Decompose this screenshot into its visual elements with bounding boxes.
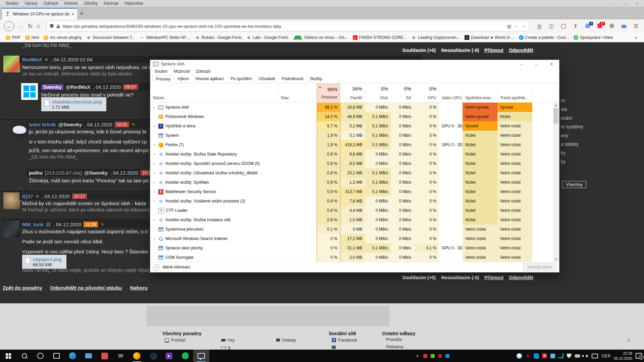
tracking-protection-icon[interactable] (50, 24, 54, 28)
tray-redx-icon[interactable]: ✕ (525, 353, 530, 358)
category-link-fragment[interactable]: re (561, 98, 565, 103)
clock[interactable]: 22:28 05.12.2020 (614, 351, 632, 361)
expander-icon[interactable]: › (152, 161, 156, 166)
bookmarks-overflow-icon[interactable]: » (635, 35, 641, 40)
process-row[interactable]: System1,9 %0,1 MB0,1 MB/s0 Mb/s0 %NízkéV… (150, 131, 553, 140)
tab-historie-aplikac-[interactable]: Historie aplikací (192, 75, 227, 83)
reply-to-link[interactable]: @Swenky (84, 170, 108, 176)
scroll-top-link[interactable]: ∧ (627, 337, 631, 343)
bookmark-item[interactable]: SSpolupráce • Intee (571, 34, 615, 41)
window-controls[interactable]: –□✕ (612, 1, 639, 6)
extension-flag-icon[interactable]: 17 (596, 23, 604, 29)
process-row[interactable]: Správce oken plochy0 %31,1 MB0,1 MB/s0 M… (150, 243, 553, 253)
post-author[interactable]: Swenky (41, 84, 63, 90)
bookmark-item[interactable]: PHP (3, 34, 23, 41)
home-button[interactable]: ⌂ (37, 23, 40, 29)
language-indicator[interactable]: CES (601, 353, 610, 358)
post-author[interactable]: MM_tank (22, 222, 44, 227)
process-row[interactable]: ›Firefox (7)1,9 %418,3 MB0,1 MB/s0 Mb/s0… (150, 140, 553, 149)
url-text[interactable]: https://pc.poradna.net/questions/3046195… (63, 24, 504, 29)
column-power[interactable]: Spotřeba ener... (465, 96, 494, 100)
process-row[interactable]: ›⚙Hostitel služby: Služba instalace sítě… (150, 215, 553, 225)
footer-link-facebook[interactable]: fFacebook (332, 338, 357, 343)
process-row[interactable]: ✎CTF Loader0,9 %4,4 MB0 MB/s0 Mb/s0 %Níz… (150, 206, 553, 215)
column-power-trend[interactable]: Trend spotřeb... (500, 96, 528, 100)
expander-icon[interactable]: › (152, 189, 156, 194)
tab-v-kon[interactable]: Výkon (174, 75, 192, 83)
attachment-box[interactable]: sharedscreenshot.png1.71 MiB (41, 97, 106, 111)
expander-icon[interactable]: › (152, 218, 156, 222)
bookmark-item[interactable]: ⊕Lato - Google Fonts (244, 34, 291, 41)
taskbar-start[interactable] (0, 350, 16, 362)
tab-podrobnosti[interactable]: Podrobnosti (278, 75, 307, 83)
edit-pencil-icon[interactable]: ✎ (131, 122, 135, 127)
menu-item[interactable]: Nápověda (122, 1, 146, 6)
bookmark-item[interactable]: ADownload ★ World of ... (462, 34, 517, 41)
scroll-up-icon[interactable]: ▲ (553, 103, 559, 108)
column-network[interactable]: Síť (391, 96, 411, 100)
taskbar-spotify[interactable] (177, 350, 193, 362)
tray-dot-green-icon[interactable] (431, 354, 435, 358)
tray-shield-icon[interactable] (567, 354, 571, 358)
column-cpu-sorted[interactable]: 99% Procesor (317, 84, 340, 102)
process-row[interactable]: COM Surrogate0 %2,0 MB0 MB/s0 Mb/s0 %Vel… (150, 253, 553, 262)
tab-close-icon[interactable]: ✕ (71, 12, 74, 16)
reload-button[interactable]: ↻ (28, 23, 33, 30)
url-bar[interactable]: https://pc.poradna.net/questions/3046195… (46, 21, 529, 32)
window-control-icon[interactable]: □ (529, 60, 544, 68)
extension-t-icon[interactable]: T (572, 23, 580, 29)
menu-item[interactable]: Zobrazit (41, 1, 61, 6)
menu-hamburger-icon[interactable]: ☰ (632, 23, 640, 29)
bookmark-item[interactable]: ⊕Discussion between T... (84, 34, 137, 41)
column-name[interactable]: Název (153, 96, 164, 100)
less-info-toggle[interactable]: Méně informací (163, 265, 191, 269)
column-status[interactable]: Stav (281, 96, 289, 100)
footer-link-pravidla[interactable]: Pravidla (386, 337, 402, 342)
taskmanager-menu-item[interactable]: Zobrazit (193, 68, 213, 75)
taskbar-appred[interactable] (97, 350, 113, 362)
expander-icon[interactable]: › (152, 124, 156, 128)
category-link-fragment[interactable]: avy (561, 133, 568, 138)
category-link-fragment[interactable]: dia (561, 107, 567, 112)
column-disk[interactable]: Disk (365, 96, 388, 100)
forward-button[interactable]: → (18, 23, 24, 29)
tab-slu-by[interactable]: Služby (307, 75, 325, 83)
tray-onedrive-icon[interactable] (575, 354, 580, 358)
action-center-icon[interactable]: 1 (636, 353, 642, 359)
tab-u-ivatel-[interactable]: Uživatelé (255, 75, 278, 83)
vote-disagree[interactable]: Nesouhlasím (-0) (441, 275, 479, 280)
end-task-button[interactable]: Ukončit úlohu (523, 263, 556, 271)
tray-cloud-icon[interactable] (517, 353, 522, 359)
expander-icon[interactable]: › (152, 152, 156, 157)
taskbar-files[interactable] (80, 350, 97, 362)
menu-item[interactable]: Nástroje (101, 1, 122, 6)
taskmanager-menu-item[interactable]: Soubor (152, 68, 171, 75)
window-control-icon[interactable]: □ (624, 1, 626, 6)
menu-item[interactable]: Historie (61, 1, 81, 6)
process-row[interactable]: Systémová přerušení0,1 %0 MB0 MB/s0 Mb/s… (150, 225, 553, 234)
category-link-fragment[interactable]: ní systémy (561, 124, 583, 129)
tray-chevron-icon[interactable]: ∧ (415, 353, 420, 358)
reply-to-link[interactable]: @Swenky (58, 122, 82, 127)
thread-link[interactable]: Zpět do poradny (3, 285, 42, 291)
vote-accept[interactable]: Přijmout (484, 275, 503, 280)
bookmark-item[interactable]: ⊕Ruluko - Google Fonts (193, 34, 244, 41)
tray-tv-icon[interactable] (534, 353, 539, 358)
page-actions-icon[interactable]: ⋯ (514, 24, 519, 29)
tray-bluesq-icon[interactable] (550, 354, 555, 358)
footer-link-debaty[interactable]: Debaty (276, 338, 296, 343)
taskbar-taskview[interactable] (48, 350, 64, 362)
expander-icon[interactable]: › (152, 199, 156, 203)
bookmark-item[interactable]: html (23, 34, 42, 41)
tray-black-icon[interactable] (558, 353, 564, 358)
category-link-fragment[interactable]: ky (561, 150, 566, 156)
window-control-icon[interactable]: – (612, 1, 614, 6)
tray-dot-blue-icon[interactable] (445, 354, 449, 358)
taskbar-firefox[interactable] (129, 350, 145, 362)
process-row[interactable]: Průzkumník Windows14,2 %48,9 MB0,1 MB/s0… (150, 112, 553, 121)
back-button[interactable]: ← (4, 21, 14, 31)
taskbar-taskmgr[interactable] (193, 350, 209, 362)
bookmark-item[interactable]: czcSilentiumPC Stella HP ... (137, 34, 193, 41)
taskmanager-menu-item[interactable]: Možnosti (171, 68, 193, 75)
footer-social-cut[interactable] (332, 346, 336, 349)
